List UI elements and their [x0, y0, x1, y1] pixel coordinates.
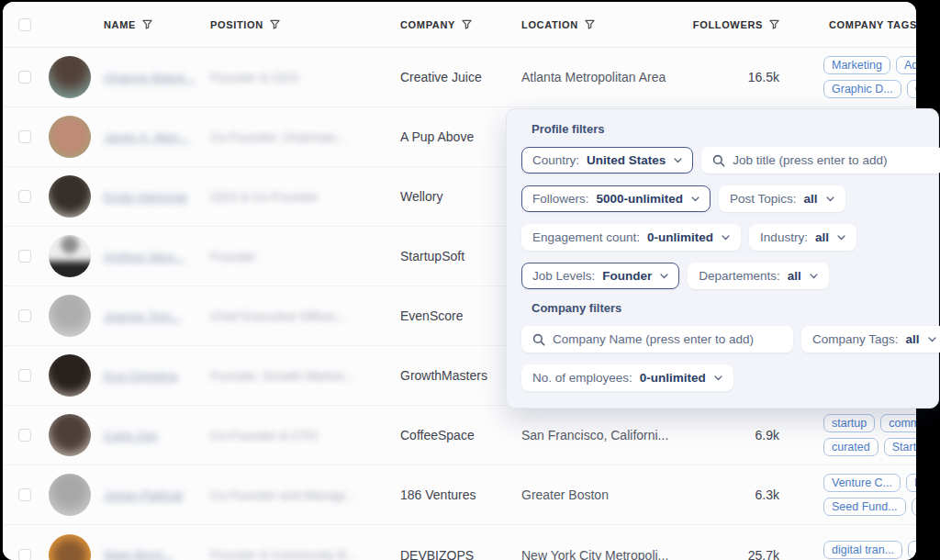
chevron-down-icon — [660, 274, 668, 279]
company-tag[interactable]: Startup — [884, 438, 916, 456]
row-checkbox[interactable] — [18, 488, 31, 501]
contact-location: New York City Metropoli... — [514, 548, 687, 560]
table-header-row: NAME POSITION COMPANY LOCATION FOLLOWERS… — [3, 2, 916, 48]
contact-followers: 25.7k — [687, 548, 779, 560]
contact-location: Greater Boston — [514, 487, 687, 502]
row-checkbox[interactable] — [18, 429, 31, 442]
company-tags: digital tran... eng — [779, 541, 916, 560]
post-topics-filter-dropdown[interactable]: Post Topics:all — [719, 185, 845, 212]
contact-name[interactable]: Mark Birch... — [96, 548, 203, 560]
contact-followers: 16.5k — [687, 70, 779, 84]
search-icon — [712, 154, 725, 167]
avatar — [49, 474, 91, 516]
table-row[interactable]: Johan Pattinat Co-Founder and Managi... … — [3, 465, 916, 525]
avatar — [49, 534, 91, 560]
contact-position: Co-Founder and Managi... — [203, 488, 393, 502]
filter-funnel-icon[interactable] — [142, 19, 152, 29]
country-filter-dropdown[interactable]: Country:United States — [521, 147, 693, 174]
filters-popup: Profile filters Country:United States Fo… — [506, 108, 939, 409]
row-checkbox[interactable] — [18, 190, 31, 203]
search-icon — [532, 333, 545, 346]
row-checkbox[interactable] — [18, 71, 31, 84]
contact-name[interactable]: Emily Heimmar — [96, 190, 203, 204]
column-header-followers[interactable]: FOLLOWERS — [687, 19, 779, 30]
company-tag[interactable]: Seed Fund... — [823, 498, 906, 516]
company-tag[interactable]: Graphic D... — [823, 80, 901, 98]
chevron-down-icon — [714, 375, 722, 381]
contact-position: Founder & CEO — [203, 71, 393, 84]
job-title-input[interactable] — [733, 153, 933, 167]
chevron-down-icon — [674, 158, 682, 163]
chevron-down-icon — [810, 274, 818, 279]
company-name-input[interactable] — [553, 332, 782, 346]
select-all-cell — [3, 18, 43, 31]
company-tag[interactable]: Venture C... — [823, 474, 901, 492]
company-tag[interactable]: Cop — [907, 80, 916, 98]
column-header-company[interactable]: COMPANY — [393, 19, 514, 30]
industry-filter-dropdown[interactable]: Industry:all — [749, 224, 856, 251]
filter-funnel-icon[interactable] — [769, 19, 779, 29]
chevron-down-icon — [722, 235, 730, 241]
company-tag[interactable]: Pre — [912, 498, 916, 516]
avatar — [49, 235, 91, 277]
avatar — [49, 354, 91, 397]
company-tag[interactable]: digital tran... — [823, 541, 902, 559]
table-row[interactable]: Mark Birch... Founder & Community B... D… — [3, 525, 916, 560]
column-header-name[interactable]: NAME — [96, 19, 203, 30]
employees-filter-dropdown[interactable]: No. of employees:0-unlimited — [521, 364, 733, 391]
column-header-location[interactable]: LOCATION — [514, 19, 687, 30]
filter-funnel-icon[interactable] — [585, 19, 595, 29]
avatar — [49, 295, 91, 337]
screen: NAME POSITION COMPANY LOCATION FOLLOWERS… — [0, 0, 940, 560]
departments-filter-dropdown[interactable]: Departements:all — [688, 263, 829, 289]
job-levels-filter-dropdown[interactable]: Job Levels:Founder — [521, 263, 679, 289]
company-tag[interactable]: Marketing — [823, 56, 890, 74]
job-title-search[interactable] — [701, 147, 940, 174]
company-tag[interactable]: Pri — [906, 474, 916, 492]
contact-name[interactable]: Eva Christina — [96, 369, 203, 383]
contact-followers: 6.9k — [687, 428, 779, 442]
row-checkbox[interactable] — [18, 549, 31, 560]
filter-funnel-icon[interactable] — [462, 19, 472, 29]
contact-name[interactable]: Joanne Tom... — [96, 309, 203, 323]
company-name-search[interactable] — [521, 326, 793, 353]
followers-filter-dropdown[interactable]: Followers:5000-unlimited — [521, 185, 711, 212]
contact-name[interactable]: Andrea Vaso... — [96, 250, 203, 263]
contact-company: GrowthMasters — [393, 368, 514, 383]
contact-position: CEO & Co-Founder — [203, 190, 393, 204]
contact-company: Wellory — [393, 189, 514, 204]
engagement-count-filter-dropdown[interactable]: Engagement count:0-unlimited — [521, 224, 741, 251]
company-tag[interactable]: startup — [823, 414, 875, 432]
contact-followers: 6.3k — [687, 487, 779, 502]
table-row[interactable]: Carlo Zen Co-Founder & CTO CoffeeSpace S… — [3, 406, 916, 465]
company-tags: startup commu curated Startup — [779, 414, 916, 456]
contact-name[interactable]: Carlo Zen — [96, 429, 203, 442]
company-tag[interactable]: Adver — [896, 56, 916, 74]
column-header-position[interactable]: POSITION — [203, 19, 393, 30]
row-checkbox[interactable] — [18, 369, 31, 382]
filter-funnel-icon[interactable] — [270, 19, 280, 29]
contact-name[interactable]: Orianne Maine... — [96, 71, 203, 84]
contact-company: 186 Ventures — [393, 487, 514, 502]
row-checkbox[interactable] — [18, 250, 31, 263]
contact-position: Co-Founder, Chairman... — [203, 130, 393, 144]
company-tags-filter-dropdown[interactable]: Company Tags:all — [801, 326, 940, 353]
contact-position: Chief Executive Officer... — [203, 309, 393, 323]
table-row[interactable]: Orianne Maine... Founder & CEO Creative … — [3, 48, 916, 107]
company-tags: Venture C... Pri Seed Fund... Pre — [779, 474, 916, 516]
contact-position: Founder — [203, 250, 393, 263]
contact-company: EvenScore — [393, 308, 514, 323]
select-all-checkbox[interactable] — [18, 18, 31, 31]
company-tag[interactable]: eng — [908, 541, 916, 559]
row-checkbox[interactable] — [18, 130, 31, 143]
company-tag[interactable]: curated — [823, 438, 878, 456]
contact-location: Atlanta Metropolitan Area — [514, 70, 687, 84]
contact-company: Creative Juice — [393, 70, 514, 84]
profile-filters-heading: Profile filters — [532, 122, 923, 136]
contact-name[interactable]: Johan Pattinat — [96, 488, 203, 502]
row-checkbox[interactable] — [18, 309, 31, 322]
company-tag[interactable]: commu — [880, 414, 916, 432]
column-header-company-tags[interactable]: COMPANY TAGS — [779, 19, 916, 30]
contact-company: DEVBIZOPS — [393, 548, 514, 560]
contact-name[interactable]: Javier A. Men... — [96, 130, 203, 144]
